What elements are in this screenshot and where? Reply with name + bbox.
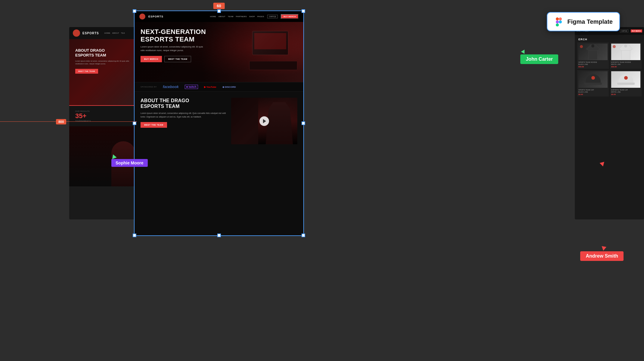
left-panel-brand: ESPORTS bbox=[82, 32, 99, 35]
svg-rect-3 bbox=[559, 17, 562, 20]
right-merch-grid: SPORTS TEAM HOODIEBLACK LINE $59.99 ESPO… bbox=[575, 42, 644, 96]
merch-item-cap-black: SPORTS TEAM CAPBLACK LINE $9.99 bbox=[577, 70, 609, 96]
handle-top-middle[interactable] bbox=[217, 9, 221, 13]
nav-cart[interactable]: CART(3) bbox=[267, 15, 278, 18]
hero-meet-team-button[interactable]: MEET THE TEAM bbox=[164, 56, 191, 62]
about-meet-team-button[interactable]: MEET THE TEAM bbox=[141, 122, 167, 128]
svg-point-0 bbox=[591, 44, 594, 47]
andrew-cursor-label: Andrew Smith bbox=[580, 251, 624, 261]
dimension-label-800: 800 bbox=[56, 119, 66, 124]
nav-links: HOME ABOUT TEAM PARTNERS SHOP PAGES bbox=[210, 16, 264, 17]
dimension-badge-60: 60 bbox=[213, 3, 224, 9]
left-panel-heading: ABOUT DRAGO ESPORTS TEAM bbox=[75, 48, 132, 57]
left-panel-logo-icon bbox=[73, 29, 80, 37]
merch-price-hoodie-white: $59.90 bbox=[611, 66, 640, 68]
handle-bottom-left[interactable] bbox=[133, 234, 136, 237]
right-panel-merch-btn[interactable]: BUY MERCH bbox=[631, 29, 642, 32]
hoodie-white-icon bbox=[619, 44, 633, 60]
frame-inner-content: ESPORTS HOME ABOUT TEAM PARTNERS SHOP PA… bbox=[135, 11, 303, 235]
hero-buttons: BUY MERCH MEET THE TEAM bbox=[141, 56, 297, 62]
nav-link-about[interactable]: ABOUT bbox=[218, 16, 225, 17]
merch-item-hoodie-white: ESPORTS TEAM HOODIEWHITE LINE $59.90 bbox=[610, 42, 642, 69]
left-panel-hero: ABOUT DRAGO ESPORTS TEAM Lorem ipsum dol… bbox=[69, 39, 138, 105]
nav-brand: ESPORTS bbox=[148, 15, 163, 18]
hero-content: NEXT-GENERATION ESPORTS TEAM Lorem ipsum… bbox=[135, 22, 303, 68]
handle-middle-left[interactable] bbox=[133, 121, 136, 125]
left-panel-meet-team-button[interactable]: MEET THE TEAM bbox=[75, 69, 98, 74]
handle-top-right[interactable] bbox=[302, 9, 305, 13]
cap-white-body bbox=[618, 74, 633, 83]
play-triangle-icon bbox=[263, 119, 266, 123]
cursor-andrew-smith: Andrew Smith bbox=[580, 246, 624, 261]
nav-logo-icon bbox=[139, 14, 145, 20]
handle-middle-right[interactable] bbox=[302, 121, 305, 125]
hoodie-dark-icon bbox=[586, 44, 600, 60]
left-panel-nav-links: HOME ABOUT TEA bbox=[104, 32, 125, 34]
merch-price-hoodie-black: $59.99 bbox=[578, 66, 608, 68]
sophie-cursor-label: Sophie Moore bbox=[111, 159, 148, 167]
handle-bottom-right[interactable] bbox=[302, 234, 305, 237]
cap-brim bbox=[584, 83, 602, 85]
handle-bottom-middle[interactable] bbox=[217, 234, 221, 237]
john-cursor-label: John Carter bbox=[520, 54, 558, 64]
merch-price-cap-black: $9.99 bbox=[578, 93, 608, 95]
nav-link-partners[interactable]: PARTNERS bbox=[236, 16, 247, 17]
cursor-right-panel bbox=[600, 162, 605, 167]
hero-section: NEXT-GENERATION ESPORTS TEAM Lorem ipsum… bbox=[135, 22, 303, 82]
cursor-sophie-moore: Sophie Moore bbox=[111, 154, 148, 167]
merch-name-cap-black: SPORTS TEAM CAPBLACK LINE bbox=[578, 89, 608, 93]
sponsored-by-label: SPONSORED BY bbox=[141, 86, 157, 88]
andrew-cursor-arrow-icon bbox=[601, 246, 606, 251]
dimension-line-horizontal bbox=[0, 121, 137, 122]
merch-name-cap-white: ESPORTS TEAM CAPWHITE LINE bbox=[611, 89, 640, 93]
nav-link-team[interactable]: TEAM bbox=[228, 16, 234, 17]
right-panel: SHOP PAGES CART(3) BUY MERCH ERCH SPORTS… bbox=[575, 27, 644, 219]
about-section: ABOUT THE DRAGO ESPORTS TEAM Lorem ipsum… bbox=[135, 92, 303, 150]
figma-template-label: Figma Template bbox=[567, 18, 613, 25]
main-selection-frame: 60 ESPORTS HOME ABOUT TEAM PARTNERS SHOP… bbox=[134, 11, 304, 236]
hero-title: NEXT-GENERATION ESPORTS TEAM bbox=[141, 28, 297, 43]
about-video-thumbnail bbox=[231, 98, 297, 144]
right-panel-cursor-arrow-icon bbox=[599, 162, 605, 167]
video-person-silhouette bbox=[264, 102, 294, 144]
left-panel-stats: OUR RESULTS 35+ TOURNAMENTS bbox=[69, 106, 138, 126]
nav-link-home[interactable]: HOME bbox=[210, 16, 216, 17]
nav-buy-merch-button[interactable]: BUY MERCH bbox=[281, 14, 299, 19]
merch-price-cap-white: $9.99 bbox=[611, 93, 640, 95]
figma-logo-icon bbox=[554, 17, 564, 26]
merch-image-hoodie-white bbox=[611, 44, 640, 60]
left-panel: ESPORTS HOME ABOUT TEA ABOUT DRAGO ESPOR… bbox=[69, 27, 138, 219]
svg-rect-5 bbox=[556, 23, 559, 26]
cap-white-logo bbox=[624, 76, 628, 80]
svg-point-6 bbox=[559, 20, 562, 23]
merch-name-hoodie-black: SPORTS TEAM HOODIEBLACK LINE bbox=[578, 61, 608, 65]
left-panel-red-line bbox=[69, 105, 138, 106]
cap-white-brim bbox=[617, 83, 635, 85]
hero-buy-merch-button[interactable]: BUY MERCH bbox=[141, 56, 162, 62]
handle-top-left[interactable] bbox=[133, 9, 136, 13]
about-content: ABOUT THE DRAGO ESPORTS TEAM Lorem ipsum… bbox=[141, 98, 227, 128]
cursor-john-carter: John Carter bbox=[520, 50, 558, 64]
nav-link-pages[interactable]: PAGES bbox=[257, 16, 264, 17]
figma-template-badge: Figma Template bbox=[547, 12, 620, 31]
right-merch-title: ERCH bbox=[575, 35, 644, 42]
john-cursor-arrow-icon bbox=[521, 50, 525, 54]
merch-item-cap-white: ESPORTS TEAM CAPWHITE LINE $9.99 bbox=[610, 70, 642, 96]
left-panel-nav: ESPORTS HOME ABOUT TEA bbox=[69, 27, 138, 39]
sponsor-facebook: facebook bbox=[163, 85, 179, 89]
nav-link-shop[interactable]: SHOP bbox=[249, 16, 255, 17]
merch-item-hoodie-black: SPORTS TEAM HOODIEBLACK LINE $59.99 bbox=[577, 42, 609, 69]
svg-point-1 bbox=[624, 44, 627, 47]
about-description: Lorem ipsum dolor sit amet, consectetur … bbox=[141, 112, 227, 118]
left-panel-subtext: Lorem ipsum dolor sit amet, consectetur … bbox=[75, 60, 132, 65]
hoodie-white-logo-mark bbox=[613, 45, 616, 48]
merch-name-hoodie-white: ESPORTS TEAM HOODIEWHITE LINE bbox=[611, 61, 640, 65]
sponsor-youtube: ▶ YouTube bbox=[204, 86, 216, 88]
merch-image-hoodie-black bbox=[578, 44, 608, 60]
hero-description: Lorem ipsum dolor sit amet, consectetur … bbox=[141, 45, 207, 52]
sponsor-twitch: ■ twitch bbox=[185, 85, 198, 89]
svg-rect-2 bbox=[556, 17, 559, 20]
sponsor-discord: ◈ DISCORD bbox=[222, 86, 236, 88]
left-panel-stats-number: 35+ bbox=[75, 112, 132, 120]
video-play-button[interactable] bbox=[259, 116, 269, 126]
